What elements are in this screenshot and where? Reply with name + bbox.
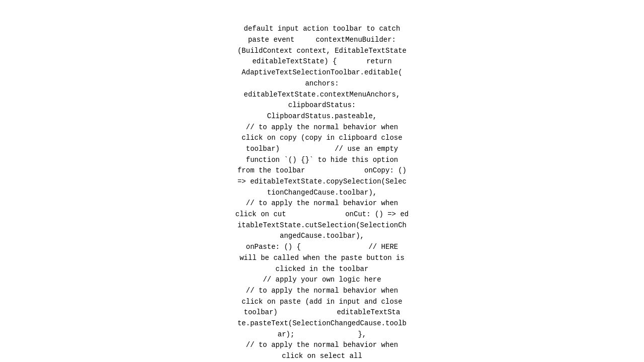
code-line-1: paste event contextMenuBuilder: xyxy=(0,35,644,46)
code-line-2: (BuildContext context, EditableTextState xyxy=(0,46,644,57)
code-line-22: clicked in the toolbar xyxy=(0,264,644,275)
code-container: default input action toolbar to catchpas… xyxy=(0,0,644,362)
code-line-13: from the toolbar onCopy: () xyxy=(0,165,644,176)
code-content: default input action toolbar to catchpas… xyxy=(0,0,644,362)
code-line-18: itableTextState.cutSelection(SelectionCh xyxy=(0,220,644,231)
code-line-14: => editableTextState.copySelection(Selec xyxy=(0,176,644,188)
code-line-4: AdaptiveTextSelectionToolbar.editable( xyxy=(0,67,644,78)
code-line-5: anchors: xyxy=(0,78,644,89)
code-line-11: toolbar) // use an empty xyxy=(0,144,644,155)
code-line-8: ClipboardStatus.pasteable, xyxy=(0,111,644,122)
code-line-0: default input action toolbar to catch xyxy=(0,24,644,35)
code-line-17: click on cut onCut: () => ed xyxy=(0,209,644,220)
code-line-27: te.pasteText(SelectionChangedCause.toolb xyxy=(0,318,644,329)
code-line-3: editableTextState) { return xyxy=(0,56,644,67)
code-line-24: // to apply the normal behavior when xyxy=(0,286,644,297)
code-line-20: onPaste: () { // HERE xyxy=(0,242,644,253)
code-line-25: click on paste (add in input and close xyxy=(0,297,644,308)
code-line-30: click on select all xyxy=(0,351,644,362)
code-line-15: tionChangedCause.toolbar), xyxy=(0,188,644,199)
code-line-7: clipboardStatus: xyxy=(0,100,644,111)
code-line-10: click on copy (copy in clipboard close xyxy=(0,133,644,144)
code-line-26: toolbar) editableTextSta xyxy=(0,307,644,318)
code-line-21: will be called when the paste button is xyxy=(0,253,644,264)
code-line-19: angedCause.toolbar), xyxy=(0,231,644,242)
code-line-12: function `() {}` to hide this option xyxy=(0,155,644,166)
code-line-28: ar); }, xyxy=(0,329,644,340)
code-line-9: // to apply the normal behavior when xyxy=(0,122,644,133)
code-line-16: // to apply the normal behavior when xyxy=(0,198,644,209)
code-line-29: // to apply the normal behavior when xyxy=(0,340,644,351)
code-line-23: // apply your own logic here xyxy=(0,275,644,286)
code-line-6: editableTextState.contextMenuAnchors, xyxy=(0,89,644,101)
